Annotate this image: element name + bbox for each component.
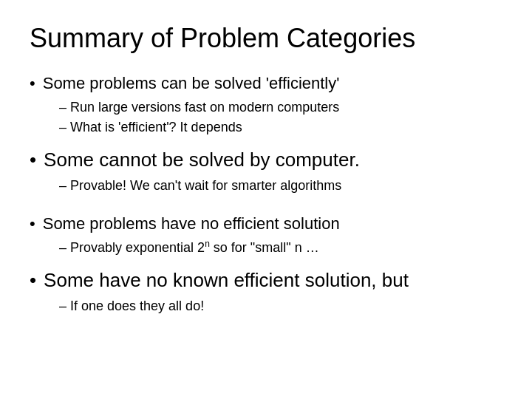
bullet-dot-3: • <box>30 214 35 235</box>
sub-bullet-4-1: – If one does they all do! <box>59 296 502 316</box>
sub-bullets-4: – If one does they all do! <box>30 296 502 316</box>
bullet-text-2: Some cannot be solved by computer. <box>44 148 360 173</box>
bullet-dot-1: • <box>30 73 35 95</box>
sub-bullet-2-1: – Provable! We can't wait for smarter al… <box>59 176 502 196</box>
slide: Summary of Problem Categories • Some pro… <box>0 0 532 399</box>
bullet-item-1: • Some problems can be solved 'efficient… <box>30 73 502 95</box>
bullet-text-1: Some problems can be solved 'efficiently… <box>43 73 340 95</box>
bullet-dot-4: • <box>30 268 36 293</box>
spacer <box>30 200 502 208</box>
bullet-text-3: Some problems have no efficient solution <box>43 214 340 235</box>
sub-bullet-1-1: – Run large versions fast on modern comp… <box>59 98 502 117</box>
bullet-text-4: Some have no known efficient solution, b… <box>44 268 409 293</box>
sub-bullets-1: – Run large versions fast on modern comp… <box>30 98 502 137</box>
slide-title: Summary of Problem Categories <box>30 22 502 54</box>
bullet-item-3: • Some problems have no efficient soluti… <box>30 214 502 235</box>
bullet-dot-2: • <box>30 148 36 173</box>
content-area: • Some problems can be solved 'efficient… <box>30 67 502 321</box>
sub-bullets-3: – Provably exponential 2n so for "small"… <box>30 237 502 258</box>
sub-bullets-2: – Provable! We can't wait for smarter al… <box>30 176 502 196</box>
bullet-item-2: • Some cannot be solved by computer. <box>30 148 502 173</box>
bullet-item-4: • Some have no known efficient solution,… <box>30 268 502 293</box>
sub-bullet-1-2: – What is 'efficient'? It depends <box>59 117 502 137</box>
sub-bullet-3-1: – Provably exponential 2n so for "small"… <box>59 237 502 258</box>
